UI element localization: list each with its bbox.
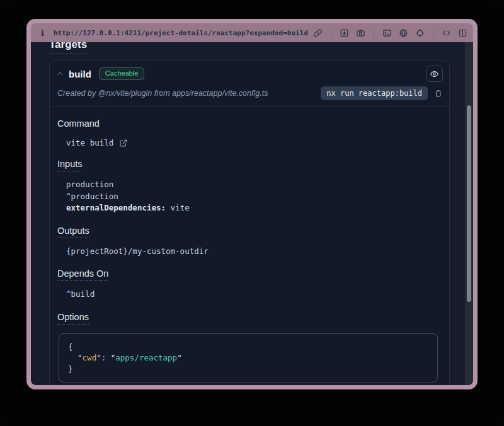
output-item: {projectRoot}/my-custom-outdir [66,246,439,258]
info-icon[interactable]: i [41,28,44,38]
browser-toolbar: i http://127.0.0.1:4211/project-details/… [31,23,473,42]
toolbar-divider [331,28,331,38]
input-item: externalDependencies: vite [66,202,439,214]
json-open-brace: { [68,342,428,353]
target-name: build [69,69,91,79]
globe-icon[interactable] [399,28,408,38]
command-value: vite build [66,138,113,147]
target-icon[interactable] [415,28,425,38]
code-icon[interactable] [442,28,451,38]
split-view-icon[interactable] [458,28,467,38]
scrollbar-thumb[interactable] [467,105,471,302]
target-details: Command vite build Inputs production ^pr… [50,107,449,385]
toolbar-actions [313,28,467,38]
browser-viewport: Targets build Cacheable [31,42,473,385]
section-heading-depends-on: Depends On [57,268,439,281]
link-icon[interactable] [313,28,323,38]
view-in-graph-button[interactable] [426,66,443,82]
cacheable-badge: Cacheable [99,67,145,80]
section-heading-options: Options [57,312,439,325]
target-card-build: build Cacheable Created by @nx/vite/plug… [49,60,450,385]
options-json-block: { "cwd": "apps/reactapp" } [59,333,438,383]
run-command-chip: nx run reactapp:build [321,86,428,100]
json-key: cwd [83,353,97,362]
terminal-icon[interactable] [382,28,392,38]
section-heading-outputs: Outputs [57,226,439,238]
section-heading-command: Command [57,118,439,130]
created-by-text: Created by @nx/vite/plugin from apps/rea… [57,89,321,98]
chevron-up-icon[interactable] [56,70,64,78]
input-item: ^production [66,191,439,203]
project-details-page: Targets build Cacheable [31,42,465,385]
page-title: Targets [49,42,87,54]
input-item: production [66,179,439,191]
camera-icon[interactable] [356,28,365,38]
json-value: apps/reactapp [115,353,177,362]
toolbar-divider [374,28,374,38]
external-link-icon[interactable] [119,139,128,147]
json-property-line: "cwd": "apps/reactapp" [68,352,428,364]
target-meta-row: Created by @nx/vite/plugin from apps/rea… [50,84,449,107]
copy-icon[interactable] [433,89,443,98]
target-header-build[interactable]: build Cacheable [50,61,449,84]
download-icon[interactable] [340,28,349,38]
section-heading-inputs: Inputs [57,159,439,171]
toolbar-divider [433,28,433,38]
url-text[interactable]: http://127.0.0.1:4211/project-details/re… [54,29,313,37]
depends-on-item: ^build [66,289,439,301]
scrollbar-track[interactable] [465,42,473,385]
browser-window: i http://127.0.0.1:4211/project-details/… [26,19,478,389]
eye-icon [430,69,439,79]
json-close-brace: } [68,364,428,375]
